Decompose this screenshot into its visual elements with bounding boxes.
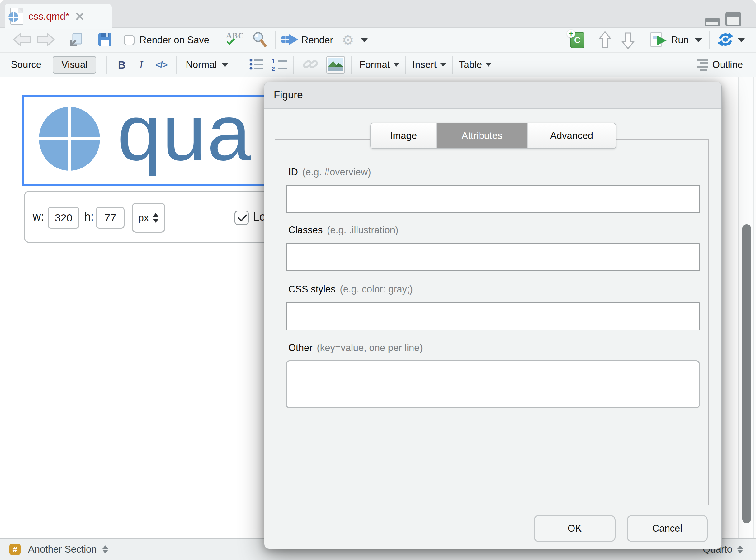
source-mode-button[interactable]: Source: [11, 59, 41, 71]
code-button[interactable]: </>: [156, 59, 167, 70]
paragraph-style-dropdown[interactable]: Normal: [186, 59, 217, 71]
format-menu[interactable]: Format: [359, 59, 390, 71]
dialog-tabstrip: Image Attributes Advanced: [370, 123, 616, 149]
italic-button[interactable]: I: [140, 59, 143, 71]
render-on-save-checkbox[interactable]: [124, 35, 135, 45]
ok-button[interactable]: OK: [534, 515, 616, 542]
minimize-pane-icon[interactable]: [705, 18, 720, 26]
lock-ratio-checkbox[interactable]: [234, 211, 249, 225]
save-icon[interactable]: [98, 32, 112, 48]
run-options-caret-icon[interactable]: [695, 38, 702, 42]
quarto-file-icon: [10, 8, 23, 25]
css-styles-field-label: CSS styles(e.g. color: gray;): [288, 284, 413, 295]
paragraph-style-caret-icon[interactable]: [222, 63, 228, 67]
open-in-new-window-icon[interactable]: [68, 32, 83, 48]
units-stepper-icon: [152, 213, 159, 223]
tab-attributes[interactable]: Attributes: [437, 123, 527, 148]
dialog-title: Figure: [274, 89, 303, 101]
classes-field-label: Classes(e.g. .illustration): [288, 224, 398, 236]
other-field-label: Other(key=value, one per line): [288, 342, 423, 354]
quarto-logo-icon: [39, 107, 100, 171]
file-tabstrip: css.qmd*: [0, 0, 756, 28]
maximize-pane-icon[interactable]: [726, 12, 741, 26]
file-tab-css-qmd[interactable]: css.qmd*: [5, 4, 112, 29]
units-value: px: [138, 212, 149, 224]
cancel-button[interactable]: Cancel: [627, 515, 708, 542]
render-icon: [281, 33, 299, 47]
visual-editor-format-bar: Source Visual B I </> Normal 1 2: [0, 52, 756, 77]
insert-chunk-icon[interactable]: C +: [570, 32, 585, 48]
figure-dialog: Figure Image Attributes Advanced ID(e.g.…: [264, 82, 722, 549]
back-arrow-icon[interactable]: [12, 32, 33, 49]
insert-image-icon[interactable]: [326, 56, 345, 74]
table-menu-caret-icon[interactable]: [486, 63, 491, 67]
rerun-options-caret-icon[interactable]: [738, 38, 745, 42]
render-options-caret-icon[interactable]: [361, 38, 368, 42]
gear-icon[interactable]: ⚙: [342, 33, 354, 47]
search-icon[interactable]: [251, 31, 267, 49]
classes-input[interactable]: [286, 243, 700, 271]
go-to-previous-chunk-icon[interactable]: [598, 31, 612, 50]
id-field-label: ID(e.g. #overview): [288, 167, 371, 178]
other-input[interactable]: [286, 360, 700, 408]
units-dropdown[interactable]: px: [132, 203, 165, 233]
editor-toolbar: Render on Save ABC: [0, 28, 756, 52]
section-navigator[interactable]: Another Section: [28, 544, 97, 555]
close-tab-icon[interactable]: [76, 12, 84, 20]
section-navigator-caret-icon[interactable]: [102, 545, 108, 554]
quarto-logo-text: qua: [117, 95, 252, 178]
file-tab-title: css.qmd*: [28, 11, 69, 22]
vertical-scrollbar[interactable]: [738, 77, 756, 538]
numbered-list-icon[interactable]: 1 2: [271, 58, 287, 72]
mode-selector-caret-icon: [737, 545, 743, 554]
visual-mode-button[interactable]: Visual: [53, 56, 96, 74]
outline-icon: [697, 59, 708, 71]
table-menu[interactable]: Table: [459, 59, 482, 71]
insert-menu[interactable]: Insert: [412, 59, 436, 71]
outline-toggle-button[interactable]: Outline: [712, 59, 743, 71]
insert-menu-caret-icon[interactable]: [440, 63, 446, 67]
bold-button[interactable]: B: [118, 59, 126, 71]
rstudio-window: css.qmd*: [0, 0, 756, 560]
rerun-icon[interactable]: [717, 33, 734, 48]
id-input[interactable]: [286, 185, 700, 213]
scrollbar-thumb[interactable]: [742, 224, 751, 523]
width-input[interactable]: [48, 207, 79, 228]
format-menu-caret-icon[interactable]: [393, 63, 399, 67]
height-input[interactable]: [96, 207, 125, 228]
bulleted-list-icon[interactable]: [249, 58, 264, 72]
height-label: h:: [84, 210, 94, 223]
spellcheck-icon[interactable]: ABC: [226, 31, 246, 49]
go-to-next-chunk-icon[interactable]: [621, 31, 635, 50]
render-on-save-label: Render on Save: [140, 35, 209, 46]
run-icon: [650, 32, 668, 48]
render-button[interactable]: Render: [301, 35, 333, 46]
figure-dialog-titlebar[interactable]: Figure: [264, 82, 721, 109]
width-label: w:: [33, 210, 44, 223]
tab-advanced[interactable]: Advanced: [527, 123, 616, 148]
forward-arrow-icon[interactable]: [36, 32, 56, 49]
section-marker-chip: #: [9, 544, 21, 555]
css-styles-input[interactable]: [286, 302, 700, 331]
run-button[interactable]: Run: [671, 35, 689, 46]
tab-image[interactable]: Image: [371, 123, 437, 148]
link-icon[interactable]: [302, 57, 319, 73]
